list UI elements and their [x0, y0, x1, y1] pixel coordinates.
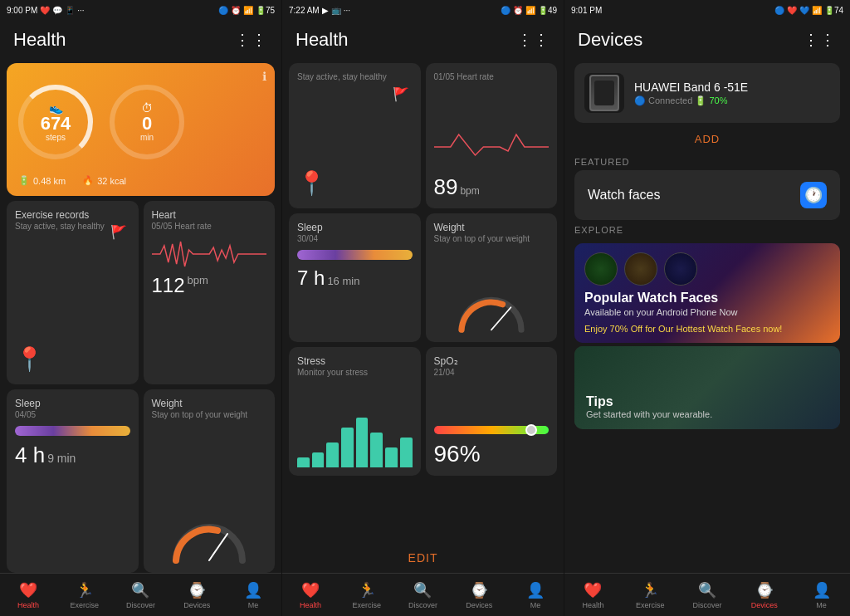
- exercise-card[interactable]: Exercise records Stay active, stay healt…: [7, 201, 139, 384]
- time-1: 9:00 PM: [7, 6, 37, 15]
- connected-text: Connected: [648, 95, 692, 105]
- msg-icon-1: 💬: [52, 6, 62, 15]
- featured-label: FEATURED: [564, 152, 850, 170]
- exercise-card-2[interactable]: Stay active, stay healthy 🚩 📍: [289, 63, 421, 208]
- sleep-card-2[interactable]: Sleep 30/04 7 h 16 min: [289, 213, 421, 342]
- nav-me-2[interactable]: 👤 Me: [507, 574, 564, 616]
- banner-promo: Enjoy 70% Off for Our Hottest Watch Face…: [584, 324, 830, 334]
- add-button[interactable]: ADD: [564, 126, 850, 152]
- heart-card-1[interactable]: Heart 05/05 Heart rate 112 bpm: [144, 201, 276, 384]
- watch-face-1: [584, 252, 618, 286]
- battery-icon: 🔋: [18, 175, 30, 186]
- nav-devices-3[interactable]: ⌚ Devices: [735, 574, 793, 616]
- edit-button[interactable]: EDIT: [282, 543, 564, 573]
- nav-health-1[interactable]: ❤️ Health: [0, 574, 56, 616]
- app-title-3: Devices: [578, 29, 642, 51]
- tips-banner[interactable]: Tips Get started with your wearable.: [574, 346, 840, 429]
- explore-label: EXPLORE: [564, 220, 850, 238]
- device-info: HUAWEI Band 6 -51E 🔵 Connected 🔋 70%: [634, 81, 830, 106]
- sleep-subtitle-2: 30/04: [297, 234, 413, 243]
- heart-card-2[interactable]: 01/05 Heart rate 89 bpm: [426, 63, 558, 208]
- status-right-1: 🔵 ⏰ 📶 🔋75: [218, 6, 275, 15]
- exercise-label-3: Exercise: [636, 601, 665, 609]
- top-row: Stay active, stay healthy 🚩 📍 01/05 Hear…: [289, 63, 557, 208]
- stress-bar-4: [341, 428, 354, 467]
- discover-label-2: Discover: [408, 601, 437, 609]
- exercise-icon-2: 🏃: [358, 581, 376, 599]
- flag-icon-1: 🚩: [110, 224, 127, 240]
- time-2: 7:22 AM: [289, 6, 320, 15]
- yt-icon-2: 📺: [331, 6, 341, 15]
- calories-stat: 🔥 32 kcal: [82, 175, 126, 186]
- health-icon-2: ❤️: [301, 581, 320, 599]
- nav-discover-2[interactable]: 🔍 Discover: [395, 574, 452, 616]
- me-label-1: Me: [248, 601, 259, 609]
- bt-connected-icon: 🔵: [634, 95, 648, 105]
- nav-devices-2[interactable]: ⌚ Devices: [451, 574, 507, 616]
- nav-me-3[interactable]: 👤 Me: [793, 574, 850, 616]
- more-dots-2[interactable]: ⋮⋮: [517, 31, 550, 49]
- bottom-nav-1: ❤️ Health 🏃 Exercise 🔍 Discover ⌚ Device…: [0, 573, 281, 616]
- nav-discover-1[interactable]: 🔍 Discover: [113, 574, 169, 616]
- watch-face-3: [664, 252, 697, 286]
- bottom-nav-3: ❤️ Health 🏃 Exercise 🔍 Discover ⌚ Device…: [564, 573, 850, 616]
- status-left-1: 9:00 PM ❤️ 💬 📱 ···: [7, 6, 85, 15]
- discover-label-3: Discover: [692, 601, 721, 609]
- sleep-bar-2: [297, 250, 413, 260]
- spo2-title-2: SpO₂: [434, 355, 550, 367]
- status-left-2: 7:22 AM ▶ 📺 ···: [289, 6, 350, 15]
- device-name: HUAWEI Band 6 -51E: [634, 81, 830, 94]
- discover-icon-2: 🔍: [413, 581, 432, 599]
- me-icon-2: 👤: [526, 581, 545, 599]
- nav-discover-3[interactable]: 🔍 Discover: [679, 574, 736, 616]
- sleep-card-1[interactable]: Sleep 04/05 4 h 9 min: [7, 389, 139, 573]
- watch-faces-card[interactable]: Watch faces 🕐: [574, 170, 840, 220]
- nav-exercise-1[interactable]: 🏃 Exercise: [56, 574, 113, 616]
- device-battery: 70%: [709, 95, 727, 105]
- more-dots-1[interactable]: ⋮⋮: [235, 31, 268, 49]
- watch-face-previews: [584, 252, 830, 286]
- alarm-icon-1: ⏰: [231, 6, 241, 15]
- bt-icon-2: 🔵: [501, 6, 510, 15]
- banner-title: Popular Watch Faces: [584, 291, 830, 306]
- banner-subtitle: Available on your Android Phone Now: [584, 307, 830, 317]
- nav-health-3[interactable]: ❤️ Health: [564, 574, 622, 616]
- discover-icon-3: 🔍: [698, 581, 716, 599]
- svg-line-1: [491, 307, 510, 330]
- devices-icon-3: ⌚: [755, 581, 774, 599]
- dots-2: ···: [344, 6, 350, 15]
- nav-devices-1[interactable]: ⌚ Devices: [169, 574, 225, 616]
- info-icon[interactable]: ℹ: [262, 70, 266, 83]
- heart-icon-1: ❤️: [40, 6, 50, 15]
- stress-card-2[interactable]: Stress Monitor your stress: [289, 347, 421, 476]
- health-icon-3: ❤️: [584, 581, 602, 599]
- device-status: 🔵 Connected 🔋 70%: [634, 95, 830, 106]
- nav-exercise-2[interactable]: 🏃 Exercise: [339, 574, 395, 616]
- spo2-value: 96%: [434, 441, 481, 467]
- explore-banner[interactable]: Popular Watch Faces Available on your An…: [574, 243, 840, 343]
- weight-card-1[interactable]: Weight Stay on top of your weight: [144, 389, 276, 573]
- sleep-bar-1: [15, 426, 130, 436]
- heart-title-1: Heart: [152, 209, 267, 221]
- nav-exercise-3[interactable]: 🏃 Exercise: [622, 574, 679, 616]
- timer-ring: ⏱ 0 min: [110, 85, 184, 159]
- app-title-2: Health: [296, 29, 349, 51]
- status-bar-1: 9:00 PM ❤️ 💬 📱 ··· 🔵 ⏰ 📶 🔋75: [0, 0, 281, 20]
- fire-icon: 🔥: [82, 175, 94, 186]
- more-dots-3[interactable]: ⋮⋮: [804, 31, 837, 49]
- nav-health-2[interactable]: ❤️ Health: [282, 574, 339, 616]
- activity-card[interactable]: ℹ 👟 674 steps ⏱ 0 min 🔋: [7, 63, 275, 196]
- device-card[interactable]: HUAWEI Band 6 -51E 🔵 Connected 🔋 70%: [574, 63, 840, 123]
- app-title-1: Health: [13, 29, 66, 51]
- devices-label-1: Devices: [183, 601, 210, 609]
- me-icon-3: 👤: [813, 581, 831, 599]
- watch-face-2: [624, 252, 657, 286]
- battery-sep: 🔋: [695, 95, 709, 105]
- heart-subtitle-2: 01/05 Heart rate: [434, 72, 550, 81]
- spo2-card-2[interactable]: SpO₂ 21/04 96%: [426, 347, 558, 476]
- weight-card-2[interactable]: Weight Stay on top of your weight: [426, 213, 558, 342]
- sleep-title-1: Sleep: [15, 398, 130, 409]
- nav-me-1[interactable]: 👤 Me: [225, 574, 281, 616]
- signal-icon-3: 📶: [812, 6, 822, 15]
- explore-banner-inner: Popular Watch Faces Available on your An…: [574, 243, 840, 343]
